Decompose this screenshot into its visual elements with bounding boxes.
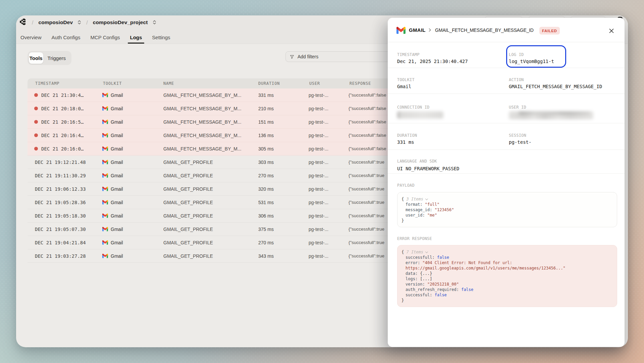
json-line: user_id: "me" — [401, 213, 613, 218]
cell-name: GMAIL_FETCH_MESSAGE_BY_M... — [163, 142, 241, 155]
field-value: 331 ms — [397, 139, 509, 145]
tab-mcp-configs[interactable]: MCP Configs — [90, 31, 120, 44]
json-line: https://gmail.googleapis.com/gmail/v1/us… — [401, 265, 613, 271]
gmail-icon — [102, 133, 108, 137]
log-detail-drawer: GMAIL GMAIL_FETCH_MESSAGE_BY_MESSAGE_ID … — [388, 18, 625, 347]
cell-name: GMAIL_GET_PROFILE — [163, 196, 213, 209]
field-value: log_tVqomBgg11-t — [509, 59, 617, 64]
cell-user: pg-test-... — [309, 129, 328, 142]
field-row: TOOLKIT Gmail ACTION GMAIL_FETCH_MESSAGE… — [388, 68, 625, 94]
json-line: { 7 Items — [401, 249, 613, 255]
cell-duration: 320 ms — [258, 182, 274, 195]
gmail-icon — [102, 187, 108, 191]
column-header-duration: DURATION — [258, 78, 280, 88]
cell-toolkit: Gmail — [102, 209, 123, 222]
cell-name: GMAIL_GET_PROFILE — [163, 182, 213, 195]
cell-duration: 303 ms — [258, 156, 274, 169]
cell-duration: 343 ms — [258, 249, 274, 262]
cell-timestamp: DEC 21 19:05:18.30 — [35, 209, 86, 222]
drawer-header: GMAIL GMAIL_FETCH_MESSAGE_BY_MESSAGE_ID … — [388, 18, 625, 42]
field-row: LANGUAGE AND SDK UI NO_FRAMEWORK_PASSED — [388, 150, 625, 174]
cell-timestamp: DEC 21 19:05:28.36 — [35, 196, 86, 209]
cell-name: GMAIL_GET_PROFILE — [163, 223, 213, 236]
tab-logs[interactable]: Logs — [130, 31, 142, 44]
column-header-timestamp: TIMESTAMP — [35, 78, 59, 88]
cell-name: GMAIL_GET_PROFILE — [163, 209, 213, 222]
cell-toolkit: Gmail — [102, 156, 123, 169]
breadcrumb-separator: / — [86, 20, 88, 26]
org-switcher-icon[interactable] — [77, 20, 82, 25]
cell-name: GMAIL_GET_PROFILE — [163, 156, 213, 169]
breadcrumb-org[interactable]: composioDev — [38, 19, 73, 25]
cell-user: pg-test-... — [309, 156, 328, 169]
json-line: data: {...} — [401, 271, 613, 276]
field-label: SESSION — [509, 133, 617, 138]
tab-settings[interactable]: Settings — [152, 31, 170, 44]
cell-user: pg-test-... — [309, 115, 328, 128]
cell-timestamp: DEC 21 19:04:21.84 — [35, 236, 86, 249]
cell-name: GMAIL_GET_PROFILE — [163, 236, 213, 249]
segment-tools[interactable]: Tools — [29, 52, 44, 64]
cell-timestamp: DEC 21 19:12:21.48 — [35, 156, 86, 169]
breadcrumb-separator: / — [32, 20, 33, 26]
logs-type-switch: ToolsTriggers — [28, 51, 71, 65]
cell-timestamp: DEC 21 19:05:07.30 — [35, 223, 86, 236]
tab-auth-configs[interactable]: Auth Configs — [52, 31, 80, 44]
cell-toolkit: Gmail — [102, 142, 123, 155]
field-value: Gmail — [397, 84, 509, 89]
cell-timestamp: DEC 21 19:03:27.28 — [35, 249, 86, 262]
cell-name: GMAIL_FETCH_MESSAGE_BY_M... — [163, 129, 241, 142]
error-response-section-label: ERROR RESPONSE — [397, 236, 617, 241]
project-switcher-icon[interactable] — [152, 20, 157, 25]
tab-overview[interactable]: Overview — [20, 31, 42, 44]
cell-duration: 306 ms — [258, 209, 274, 222]
field-value: UI NO_FRAMEWORK_PASSED — [397, 166, 509, 172]
cell-duration: 151 ms — [258, 115, 274, 128]
cell-duration: 270 ms — [258, 169, 274, 182]
cell-user: pg-test-... — [309, 169, 328, 182]
close-icon[interactable] — [606, 26, 616, 36]
cell-user: pg-test-... — [309, 182, 328, 195]
cell-toolkit: Gmail — [102, 115, 123, 128]
cell-toolkit: Gmail — [102, 102, 123, 115]
cell-timestamp: DEC 21 20:18:0… — [34, 102, 84, 115]
field-timestamp: TIMESTAMP Dec 21, 2025 21:30:40.427 — [397, 52, 509, 68]
field-value: Dec 21, 2025 21:30:40.427 — [397, 59, 509, 64]
field-label: CONNECTION ID — [397, 105, 509, 110]
json-line: } — [401, 298, 613, 303]
cell-timestamp: DEC 21 19:11:30.29 — [35, 169, 86, 182]
cell-timestamp: DEC 21 20:16:4… — [34, 129, 84, 142]
column-header-name: NAME — [163, 78, 174, 88]
payload-section-label: PAYLOAD — [397, 183, 617, 188]
json-line: } — [401, 218, 613, 223]
json-line: logs: [...] — [401, 276, 613, 282]
gmail-icon — [102, 254, 108, 258]
failed-status-dot — [34, 120, 38, 124]
cell-timestamp: DEC 21 20:16:0… — [34, 142, 84, 155]
segment-triggers[interactable]: Triggers — [44, 52, 70, 64]
failed-status-dot — [34, 133, 38, 137]
field-label: ACTION — [509, 77, 617, 82]
field-user-id: USER ID — [509, 105, 617, 123]
cell-toolkit: Gmail — [102, 236, 123, 249]
breadcrumb-project[interactable]: composioDev_project — [93, 19, 148, 25]
gmail-icon — [102, 160, 108, 164]
drawer-toolkit-name: GMAIL — [409, 27, 426, 33]
field-row: CONNECTION ID USER ID — [388, 94, 625, 123]
field-log-id: LOG ID log_tVqomBgg11-t — [509, 52, 617, 68]
composio-logo-icon — [19, 18, 28, 27]
json-line: auth_refresh_required: false — [401, 287, 613, 292]
cell-timestamp: DEC 21 19:06:12.33 — [35, 182, 86, 195]
json-line: version: "20251218_00" — [401, 282, 613, 287]
cell-user: pg-test-... — [309, 249, 328, 262]
cell-user: pg-test-... — [309, 142, 328, 155]
field-label: TIMESTAMP — [397, 52, 509, 57]
cell-toolkit: Gmail — [102, 129, 123, 142]
gmail-icon — [102, 214, 108, 218]
cell-duration: 531 ms — [258, 196, 274, 209]
cell-user: pg-test-... — [309, 102, 328, 115]
cell-duration: 331 ms — [258, 88, 274, 102]
cell-name: GMAIL_GET_PROFILE — [163, 249, 213, 262]
failed-status-dot — [34, 107, 38, 110]
cell-duration: 210 ms — [258, 102, 274, 115]
